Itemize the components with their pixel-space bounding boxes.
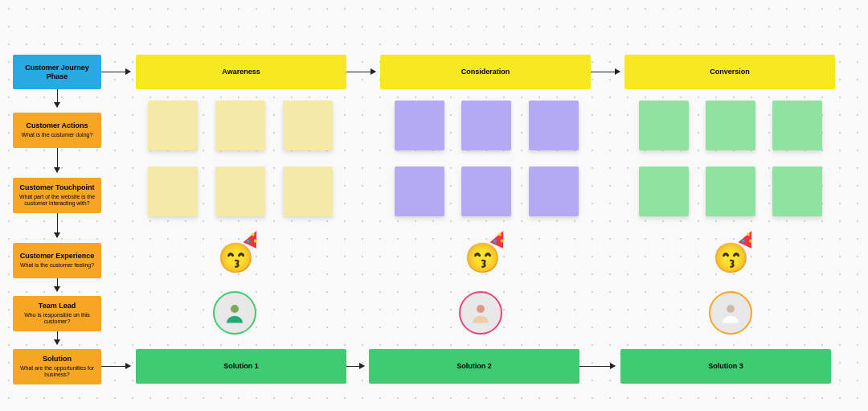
phase-consideration[interactable]: Consideration [380, 55, 591, 89]
sticky-note[interactable] [215, 166, 265, 216]
phase-awareness-label: Awareness [222, 68, 260, 76]
row-actions-sub: What is the customer doing? [22, 132, 93, 138]
sticky-note[interactable] [772, 101, 822, 150]
solution-1[interactable]: Solution 1 [136, 349, 346, 384]
phase-conversion[interactable]: Conversion [624, 55, 835, 89]
party-face-icon[interactable]: 😙 [215, 238, 256, 278]
avatar[interactable] [213, 291, 256, 335]
sticky-note[interactable] [706, 101, 755, 150]
row-customer-experience[interactable]: Customer Experience What is the customer… [13, 243, 101, 278]
phase-consideration-label: Consideration [461, 68, 510, 76]
row-solution[interactable]: Solution What are the opportunities for … [13, 349, 101, 384]
sticky-note[interactable] [461, 101, 511, 150]
row-solution-sub: What are the opportunities for business? [18, 365, 96, 379]
sticky-note[interactable] [395, 101, 444, 150]
sticky-note[interactable] [283, 166, 333, 216]
solution-2[interactable]: Solution 2 [369, 349, 579, 384]
row-solution-title: Solution [43, 355, 72, 364]
row-touchpoint-sub: What part of the website is the customer… [18, 194, 96, 208]
svg-point-2 [727, 305, 735, 313]
sticky-note[interactable] [215, 101, 265, 150]
arrow-right-icon [346, 366, 364, 367]
journey-phase-label: Customer Journey Phase [18, 64, 96, 81]
row-actions-title: Customer Actions [26, 121, 88, 130]
sticky-note[interactable] [772, 166, 822, 216]
row-teamlead-title: Team Lead [39, 302, 76, 310]
solution-2-label: Solution 2 [457, 362, 492, 371]
person-icon [469, 301, 493, 325]
party-face-icon[interactable]: 😙 [710, 238, 751, 278]
arrow-down-icon [57, 213, 58, 237]
sticky-note[interactable] [706, 166, 755, 216]
solution-3[interactable]: Solution 3 [620, 349, 831, 384]
person-icon [223, 301, 247, 325]
row-customer-actions[interactable]: Customer Actions What is the customer do… [13, 113, 101, 148]
svg-point-1 [477, 305, 485, 313]
sticky-note[interactable] [283, 101, 333, 150]
avatar[interactable] [459, 291, 502, 335]
arrow-down-icon [57, 278, 58, 291]
row-experience-title: Customer Experience [20, 252, 95, 261]
arrow-right-icon [579, 366, 615, 367]
journey-phase-header[interactable]: Customer Journey Phase [13, 55, 101, 89]
party-face-icon[interactable]: 😙 [462, 238, 502, 278]
sticky-note[interactable] [529, 166, 579, 216]
row-customer-touchpoint[interactable]: Customer Touchpoint What part of the web… [13, 178, 101, 213]
svg-point-0 [231, 305, 239, 313]
arrow-down-icon [57, 148, 58, 172]
row-teamlead-sub: Who is responsible on this customer? [18, 312, 96, 326]
sticky-note[interactable] [639, 166, 689, 216]
sticky-note[interactable] [529, 101, 579, 150]
arrow-right-icon [346, 72, 375, 72]
arrow-right-icon [101, 366, 130, 367]
phase-awareness[interactable]: Awareness [136, 55, 346, 89]
row-team-lead[interactable]: Team Lead Who is responsible on this cus… [13, 296, 101, 331]
sticky-note[interactable] [461, 166, 511, 216]
arrow-down-icon [57, 331, 58, 344]
solution-1-label: Solution 1 [223, 362, 259, 371]
sticky-note[interactable] [639, 101, 689, 150]
arrow-down-icon [57, 89, 58, 107]
arrow-right-icon [591, 72, 620, 72]
sticky-note[interactable] [395, 166, 444, 216]
sticky-note[interactable] [148, 166, 198, 216]
arrow-right-icon [101, 72, 130, 72]
sticky-note[interactable] [148, 101, 198, 150]
row-touchpoint-title: Customer Touchpoint [20, 183, 95, 192]
solution-3-label: Solution 3 [708, 362, 743, 371]
phase-conversion-label: Conversion [710, 68, 750, 76]
person-icon [719, 301, 743, 325]
row-experience-sub: What is the customer feeling? [20, 262, 94, 269]
avatar[interactable] [709, 291, 752, 335]
